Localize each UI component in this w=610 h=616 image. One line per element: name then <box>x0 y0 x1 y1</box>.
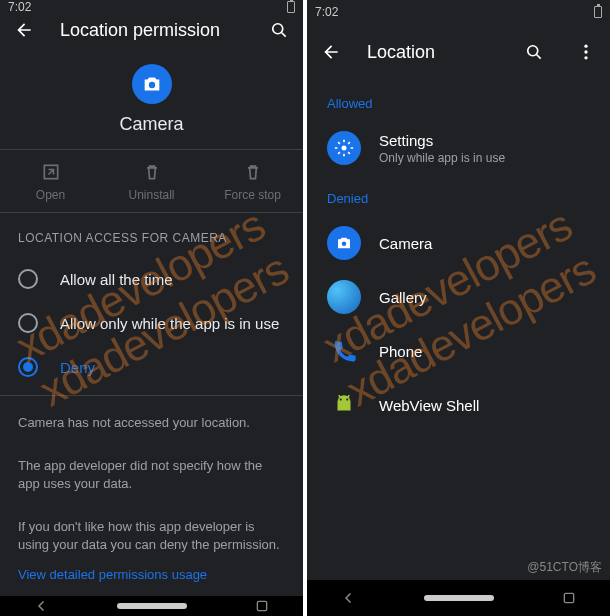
gear-icon <box>327 131 361 165</box>
app-hero: Camera <box>0 46 303 150</box>
app-item-name: Camera <box>379 235 432 252</box>
page-title: Location <box>367 42 498 63</box>
app-item-settings[interactable]: Settings Only while app is in use <box>307 121 610 175</box>
svg-point-0 <box>273 24 283 34</box>
nav-home-icon[interactable] <box>424 595 494 601</box>
svg-point-11 <box>342 242 347 247</box>
status-bar: 7:02 <box>307 0 610 24</box>
android-icon <box>327 388 361 422</box>
radio-label: Allow only while the app is in use <box>60 315 279 332</box>
info-text-3: If you don't like how this app developer… <box>0 500 303 561</box>
action-open[interactable]: Open <box>0 150 101 212</box>
app-item-phone[interactable]: Phone <box>307 324 610 378</box>
action-row: Open Uninstall Force stop <box>0 150 303 213</box>
action-open-label: Open <box>36 188 65 202</box>
status-bar: 7:02 <box>0 0 303 14</box>
nav-recent-icon[interactable] <box>561 590 577 606</box>
phone-right: xdadevelopers xdadevelopers 7:02 Locatio… <box>307 0 610 616</box>
svg-point-7 <box>584 45 587 48</box>
radio-label: Allow all the time <box>60 271 173 288</box>
nav-back-icon[interactable] <box>33 597 51 615</box>
phone-icon <box>327 334 361 368</box>
camera-icon <box>132 64 172 104</box>
group-denied: Denied <box>307 175 610 216</box>
svg-line-6 <box>537 55 541 59</box>
camera-icon <box>327 226 361 260</box>
svg-point-13 <box>346 399 348 401</box>
svg-rect-16 <box>564 593 573 602</box>
radio-label: Deny <box>60 359 95 376</box>
status-time: 7:02 <box>8 0 31 14</box>
app-item-name: WebView Shell <box>379 397 479 414</box>
svg-point-9 <box>584 56 587 59</box>
page-title: Location permission <box>60 20 243 41</box>
info-text-1: Camera has not accessed your location. <box>0 396 303 440</box>
radio-icon <box>18 313 38 333</box>
app-item-name: Gallery <box>379 289 427 306</box>
svg-line-15 <box>347 395 349 397</box>
section-header: LOCATION ACCESS FOR CAMERA <box>0 213 303 257</box>
svg-point-10 <box>342 146 347 151</box>
battery-icon <box>594 6 602 18</box>
svg-point-2 <box>148 82 154 88</box>
status-time: 7:02 <box>315 5 338 19</box>
info-text-2: The app developer did not specify how th… <box>0 439 303 500</box>
nav-home-icon[interactable] <box>117 603 187 609</box>
app-item-webview[interactable]: WebView Shell <box>307 378 610 432</box>
app-bar: Location permission <box>0 14 303 46</box>
app-item-gallery[interactable]: Gallery <box>307 270 610 324</box>
swirl-icon <box>327 280 361 314</box>
app-item-camera[interactable]: Camera <box>307 216 610 270</box>
group-allowed: Allowed <box>307 80 610 121</box>
action-uninstall[interactable]: Uninstall <box>101 150 202 212</box>
app-item-name: Settings <box>379 132 505 149</box>
svg-point-12 <box>340 399 342 401</box>
app-name: Camera <box>119 114 183 135</box>
radio-allow-while[interactable]: Allow only while the app is in use <box>0 301 303 345</box>
nav-bar <box>307 580 610 616</box>
phone-left: xdadevelopers xdadevelopers 7:02 Locatio… <box>0 0 303 616</box>
back-button[interactable] <box>8 14 40 46</box>
app-item-name: Phone <box>379 343 422 360</box>
radio-allow-all[interactable]: Allow all the time <box>0 257 303 301</box>
footer-attribution: @51CTO博客 <box>527 559 602 576</box>
detailed-permissions-link[interactable]: View detailed permissions usage <box>0 561 303 596</box>
app-item-text: Settings Only while app is in use <box>379 132 505 165</box>
search-button[interactable] <box>518 36 550 68</box>
radio-icon <box>18 269 38 289</box>
svg-rect-4 <box>257 601 266 610</box>
nav-recent-icon[interactable] <box>254 598 270 614</box>
overflow-button[interactable] <box>570 36 602 68</box>
action-uninstall-label: Uninstall <box>128 188 174 202</box>
svg-line-1 <box>282 33 286 37</box>
svg-line-14 <box>339 395 341 397</box>
app-bar: Location <box>307 24 610 80</box>
svg-point-5 <box>528 46 538 56</box>
radio-icon-selected <box>18 357 38 377</box>
radio-deny[interactable]: Deny <box>0 345 303 389</box>
action-force-stop-label: Force stop <box>224 188 281 202</box>
battery-icon <box>287 1 295 13</box>
nav-back-icon[interactable] <box>340 589 358 607</box>
action-force-stop[interactable]: Force stop <box>202 150 303 212</box>
svg-point-8 <box>584 50 587 53</box>
back-button[interactable] <box>315 36 347 68</box>
nav-bar <box>0 596 303 616</box>
search-button[interactable] <box>263 14 295 46</box>
app-item-sub: Only while app is in use <box>379 151 505 165</box>
